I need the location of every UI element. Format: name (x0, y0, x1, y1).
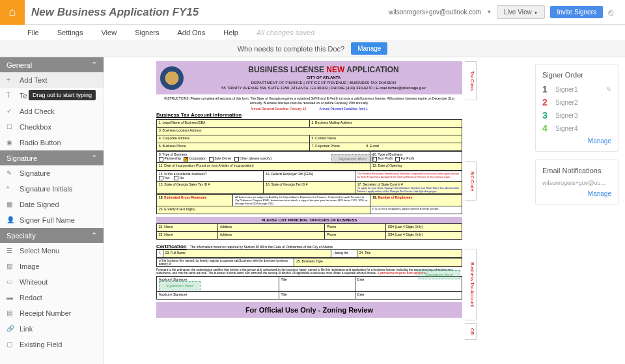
vtab-sic-code[interactable]: SIC Code (465, 161, 477, 201)
tool-receipt[interactable]: ▤Receipt Number (0, 305, 104, 321)
chevron-up-icon: ⌃ (91, 154, 97, 162)
section-signature[interactable]: Signature⌃ (0, 150, 104, 165)
tool-redact[interactable]: ▬Redact (0, 290, 104, 305)
doc-title: New Business Application FY15 (31, 6, 199, 19)
signer-order-title: Signer Order (542, 71, 611, 79)
email-notif-card: Email Notifications wilsonrogers+gov@ou.… (535, 160, 618, 204)
edit-icon[interactable]: ✎ (606, 86, 611, 93)
email-notif-title: Email Notifications (542, 167, 611, 175)
form-subtitle: CITY OF ATLANTA DEPARTMENT OF FINANCE | … (189, 76, 458, 91)
document-canvas[interactable]: BUSINESS LICENSE NEW APPLICATION CITY OF… (104, 57, 529, 364)
field-icon: ▢ (7, 341, 14, 348)
vertical-tabs: Tax Class SIC Code Business Tax Account … (465, 61, 477, 360)
tool-whiteout[interactable]: ▭Whiteout (0, 274, 104, 290)
menu-file[interactable]: File (27, 29, 39, 36)
zoning-header: For Official Use Only - Zoning Review (156, 302, 462, 318)
signature-placeholder[interactable]: Signature Here (331, 154, 373, 163)
tooltip: Drag out to start typing (29, 90, 96, 100)
eraser-icon: ▭ (7, 278, 14, 286)
signer-row-4[interactable]: 4Signer4 (542, 123, 611, 133)
notif-email: wilsonrogers+gov@ou... (542, 180, 611, 186)
tool-signature[interactable]: ✎Signature (0, 165, 104, 181)
plus-icon: + (7, 76, 14, 84)
menu-settings[interactable]: Settings (57, 29, 83, 36)
redact-icon: ▬ (7, 294, 14, 301)
circle-icon: ◉ (7, 139, 14, 147)
manage-notif-link[interactable]: Manage (542, 190, 611, 197)
deadlines: Annual Renewal Deadline: Febuary 15Annua… (156, 107, 462, 111)
tool-add-text[interactable]: +Add Text (0, 72, 104, 88)
tool-image[interactable]: ▧Image (0, 259, 104, 274)
chevron-down-icon[interactable]: ▼ (486, 9, 492, 15)
section-tax-info: Business Tax Account Information (156, 112, 462, 118)
menu-signers[interactable]: Signers (135, 29, 159, 36)
initials-icon: ᴬ (7, 185, 14, 193)
section-general[interactable]: General⌃ (0, 57, 104, 72)
menu-bar: File Settings View Signers Add Ons Help … (0, 25, 625, 40)
manage-button[interactable]: Manage (351, 42, 387, 55)
tool-date-signed[interactable]: ▦Date Signed (0, 197, 104, 212)
signature-field-1[interactable]: Signature Here (159, 281, 201, 290)
signature-field-2[interactable]: Signature Here (419, 270, 460, 279)
right-panel: Signer Order 1Signer1✎ 2Signer2 3Signer3… (529, 57, 625, 364)
banner-question: Who needs to complete this Doc? (238, 45, 344, 53)
officers-header: PLEASE LIST PRINCIPAL OFFICERS OF BUSINE… (156, 217, 462, 223)
section-specialty[interactable]: Specialty⌃ (0, 228, 104, 243)
tool-checkbox[interactable]: ☐Checkbox (0, 119, 104, 135)
tool-link[interactable]: 🔗Link (0, 321, 104, 337)
form-title: BUSINESS LICENSE NEW APPLICATION (189, 65, 458, 74)
vtab-official[interactable]: Offi (465, 323, 477, 340)
check-icon: ✓ (7, 107, 14, 115)
user-icon: 👤 (7, 216, 14, 224)
image-icon: ▧ (7, 262, 14, 270)
signer-row-1[interactable]: 1Signer1✎ (542, 84, 611, 94)
tools-sidebar: General⌃ +Add Text TTeDrag out to start … (0, 57, 104, 364)
tool-text[interactable]: TTeDrag out to start typing (0, 88, 104, 104)
invite-signers-button[interactable]: Invite Signers (550, 6, 603, 18)
signer-row-3[interactable]: 3Signer3 (542, 110, 611, 120)
tool-initials[interactable]: ᴬSignature Initials (0, 181, 104, 197)
completion-banner: Who needs to complete this Doc? Manage (0, 40, 625, 57)
menu-help[interactable]: Help (223, 29, 238, 36)
form-table: 1. Legal Name of Business/DBA2. Business… (156, 119, 462, 151)
instructions: INSTRUCTIONS: Please complete all sectio… (156, 94, 462, 107)
chevron-up-icon: ⌃ (91, 231, 97, 240)
save-status: All changes saved (257, 29, 314, 36)
tool-existing[interactable]: ▢Existing Field (0, 337, 104, 352)
square-icon: ☐ (7, 123, 14, 131)
tool-add-check[interactable]: ✓Add Check (0, 104, 104, 119)
tool-select[interactable]: ☰Select Menu (0, 243, 104, 259)
link-icon: 🔗 (7, 325, 14, 333)
tool-radio[interactable]: ◉Radio Button (0, 135, 104, 150)
home-icon[interactable]: ⌂ (0, 0, 25, 25)
receipt-icon: ▤ (7, 309, 14, 317)
manage-signers-link[interactable]: Manage (542, 137, 611, 145)
calendar-icon: ▦ (7, 201, 14, 208)
menu-view[interactable]: View (101, 29, 117, 36)
logout-icon[interactable]: ⎋ (608, 7, 613, 18)
document-page: BUSINESS LICENSE NEW APPLICATION CITY OF… (156, 61, 462, 360)
vtab-tax-class[interactable]: Tax Class (465, 61, 477, 100)
city-seal (160, 66, 184, 90)
live-view-button[interactable]: Live View ▼ (497, 5, 545, 19)
chevron-up-icon: ⌃ (91, 61, 97, 69)
signer-row-2[interactable]: 2Signer2 (542, 97, 611, 107)
tool-signer-name[interactable]: 👤Signer Full Name (0, 212, 104, 228)
user-email[interactable]: wilsonrogers+gov@outlook.com (389, 8, 481, 16)
menu-addons[interactable]: Add Ons (177, 29, 205, 36)
text-icon: T (7, 92, 14, 100)
pen-icon: ✎ (7, 169, 14, 177)
menu-icon: ☰ (7, 247, 14, 255)
cert-text: Pursuant to the ordinance, the undersign… (156, 267, 462, 276)
signer-order-card: Signer Order 1Signer1✎ 2Signer2 3Signer3… (535, 64, 618, 152)
vtab-business-tax[interactable]: Business Tax Account (465, 249, 477, 320)
